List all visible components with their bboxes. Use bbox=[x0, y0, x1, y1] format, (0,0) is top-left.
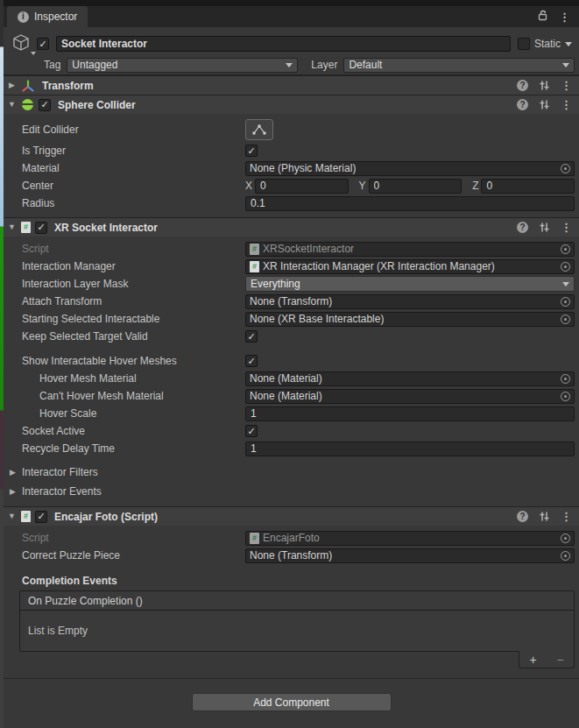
component-menu-icon[interactable]: ⋮ bbox=[561, 511, 572, 522]
script-icon: # bbox=[21, 222, 31, 233]
object-picker-icon[interactable] bbox=[561, 262, 570, 272]
interactor-events-foldout[interactable]: ▶ Interactor Events bbox=[4, 482, 579, 501]
presets-icon[interactable] bbox=[539, 99, 550, 110]
sphere-collider-body: Edit Collider Is Trigger ✓ Material bbox=[4, 114, 579, 217]
edit-collider-button[interactable] bbox=[245, 119, 273, 140]
cant-hover-mesh-material-object-field[interactable]: None (Material) bbox=[245, 389, 575, 404]
object-picker-icon[interactable] bbox=[561, 164, 570, 173]
component-menu-icon[interactable]: ⋮ bbox=[561, 99, 572, 110]
panel-menu-icon[interactable]: ⋮ bbox=[559, 11, 570, 23]
layer-dropdown[interactable]: Default bbox=[343, 58, 575, 73]
remove-event-button[interactable]: − bbox=[552, 654, 569, 666]
show-hover-meshes-checkbox[interactable]: ✓ bbox=[245, 355, 258, 367]
component-menu-icon[interactable]: ⋮ bbox=[561, 80, 572, 91]
window-top-strip bbox=[4, 0, 579, 6]
completion-events-list: On Puzzle Completion () List is Empty bbox=[19, 590, 575, 652]
encajar-foto-header[interactable]: ▼ # ✓ Encajar Foto (Script) ? ⋮ bbox=[4, 506, 579, 526]
edit-collider-icon bbox=[251, 124, 267, 136]
icon-picker-arrow bbox=[31, 52, 36, 55]
interaction-layer-mask-dropdown[interactable]: Everything bbox=[245, 276, 575, 292]
hover-mesh-material-object-field[interactable]: None (Material) bbox=[245, 371, 575, 386]
encajar-foto-enabled-checkbox[interactable]: ✓ bbox=[35, 511, 47, 523]
gameobject-header: ✓ Static Tag Untagged Layer Default bbox=[4, 27, 579, 75]
object-picker-icon[interactable] bbox=[561, 297, 570, 307]
event-list-toolbar: + − bbox=[519, 651, 575, 668]
add-component-button[interactable]: Add Component bbox=[192, 693, 392, 711]
help-icon[interactable]: ? bbox=[517, 99, 528, 110]
interactor-filters-foldout[interactable]: ▶ Interactor Filters bbox=[4, 463, 579, 482]
center-z-input[interactable] bbox=[481, 179, 575, 194]
object-picker-icon[interactable] bbox=[561, 315, 570, 324]
encajar-foto-foldout-icon[interactable]: ▼ bbox=[7, 512, 17, 520]
object-picker-icon[interactable] bbox=[561, 534, 570, 543]
tag-label: Tag bbox=[44, 59, 60, 71]
help-icon[interactable]: ? bbox=[517, 80, 528, 91]
object-picker-icon[interactable] bbox=[561, 551, 570, 561]
material-object-field[interactable]: None (Physic Material) bbox=[245, 161, 575, 176]
tab-inspector-label: Inspector bbox=[34, 11, 77, 23]
tag-value: Untagged bbox=[72, 59, 117, 71]
is-trigger-checkbox[interactable]: ✓ bbox=[245, 145, 258, 157]
static-checkbox[interactable] bbox=[518, 38, 530, 50]
static-dropdown-arrow[interactable] bbox=[565, 42, 572, 46]
tag-dropdown[interactable]: Untagged bbox=[67, 58, 298, 73]
interaction-manager-label: Interaction Manager bbox=[22, 260, 245, 272]
object-picker-icon[interactable] bbox=[561, 374, 570, 384]
hover-scale-input[interactable] bbox=[245, 406, 575, 421]
completion-events-label: Completion Events bbox=[4, 573, 579, 589]
center-y-input[interactable] bbox=[369, 179, 462, 194]
event-list-empty-text: List is Empty bbox=[20, 611, 574, 651]
presets-icon[interactable] bbox=[539, 222, 550, 233]
xr-socket-foldout-icon[interactable]: ▼ bbox=[7, 223, 17, 231]
starting-selected-label: Starting Selected Interactable bbox=[22, 313, 245, 325]
help-icon[interactable]: ? bbox=[517, 511, 528, 522]
socket-active-checkbox[interactable]: ✓ bbox=[245, 425, 258, 437]
object-picker-icon[interactable] bbox=[561, 244, 570, 254]
xr-socket-enabled-checkbox[interactable]: ✓ bbox=[35, 222, 47, 234]
keep-selected-checkbox[interactable]: ✓ bbox=[245, 330, 258, 343]
info-icon: i bbox=[18, 11, 29, 23]
axis-z-label: Z bbox=[472, 180, 478, 192]
correct-puzzle-piece-object-field[interactable]: None (Transform) bbox=[245, 548, 575, 563]
event-title[interactable]: On Puzzle Completion () bbox=[20, 591, 574, 611]
sphere-collider-icon bbox=[21, 98, 34, 111]
recycle-delay-input[interactable] bbox=[245, 442, 575, 456]
script-icon: # bbox=[250, 261, 259, 272]
attach-transform-object-field[interactable]: None (Transform) bbox=[245, 294, 575, 309]
tab-inspector[interactable]: i Inspector bbox=[7, 6, 88, 27]
transform-header[interactable]: ▶ Transform ? ⋮ bbox=[4, 75, 579, 95]
lock-icon[interactable] bbox=[537, 10, 548, 24]
sphere-collider-header[interactable]: ▼ ✓ Sphere Collider ? ⋮ bbox=[4, 95, 579, 114]
sphere-collider-title: Sphere Collider bbox=[58, 99, 136, 111]
interactor-filters-label: Interactor Filters bbox=[22, 466, 98, 478]
script-icon: # bbox=[21, 511, 31, 522]
sphere-collider-enabled-checkbox[interactable]: ✓ bbox=[39, 99, 51, 111]
correct-puzzle-piece-label: Correct Puzzle Piece bbox=[22, 549, 245, 562]
gameobject-icon-button[interactable] bbox=[11, 32, 37, 55]
interactor-events-label: Interactor Events bbox=[22, 485, 102, 498]
component-menu-icon[interactable]: ⋮ bbox=[561, 222, 572, 233]
xr-socket-header[interactable]: ▼ # ✓ XR Socket Interactor ? ⋮ bbox=[4, 217, 579, 237]
add-event-button[interactable]: + bbox=[525, 654, 542, 666]
transform-title: Transform bbox=[42, 80, 94, 92]
interaction-manager-object-field[interactable]: # XR Interaction Manager (XR Interaction… bbox=[245, 259, 575, 274]
gameobject-name-input[interactable] bbox=[56, 36, 511, 52]
presets-icon[interactable] bbox=[539, 511, 550, 522]
center-x-input[interactable] bbox=[255, 179, 349, 194]
presets-icon[interactable] bbox=[539, 80, 550, 91]
transform-icon bbox=[21, 79, 35, 93]
axis-x-label: X bbox=[245, 180, 252, 192]
object-picker-icon[interactable] bbox=[561, 392, 570, 401]
inspector-panel: i Inspector ⋮ ✓ bbox=[4, 0, 579, 728]
sphere-collider-foldout-icon[interactable]: ▼ bbox=[7, 101, 17, 109]
radius-input[interactable] bbox=[245, 196, 575, 211]
help-icon[interactable]: ? bbox=[517, 222, 528, 233]
active-checkbox[interactable]: ✓ bbox=[37, 38, 49, 50]
encajar-foto-title: Encajar Foto (Script) bbox=[54, 511, 158, 523]
starting-selected-object-field[interactable]: None (XR Base Interactable) bbox=[245, 312, 575, 327]
keep-selected-label: Keep Selected Target Valid bbox=[22, 330, 245, 343]
transform-foldout-icon[interactable]: ▶ bbox=[7, 81, 17, 89]
dropdown-arrow bbox=[562, 282, 569, 286]
layer-dropdown-arrow bbox=[562, 63, 569, 67]
interaction-layer-mask-label: Interaction Layer Mask bbox=[22, 278, 245, 290]
